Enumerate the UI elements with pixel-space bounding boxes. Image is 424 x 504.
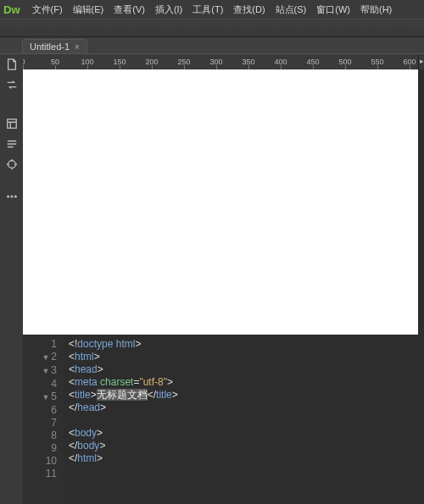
tab-title: Untitled-1 — [30, 42, 70, 52]
line-number: 8 — [23, 429, 57, 442]
line-number: ▼2 — [23, 351, 57, 364]
panel-collapse-strip[interactable]: ▸ — [418, 54, 424, 69]
code-line[interactable]: </html> — [69, 452, 424, 465]
design-view[interactable] — [23, 69, 418, 335]
line-number: 6 — [23, 404, 57, 417]
layout-icon[interactable] — [5, 117, 19, 130]
line-number: 7 — [23, 417, 57, 429]
code-line[interactable]: <head> — [69, 363, 424, 376]
menu-file[interactable]: 文件(F) — [27, 0, 68, 19]
left-toolbar — [0, 54, 23, 504]
svg-point-2 — [7, 196, 8, 197]
app-logo: Dw — [3, 3, 20, 16]
line-number: 1 — [23, 338, 57, 351]
document-toolbar — [0, 19, 424, 37]
target-icon[interactable] — [5, 158, 19, 171]
horizontal-ruler: 050100150200250300350400450500550600 — [23, 54, 418, 69]
menu-view[interactable]: 查看(V) — [109, 0, 150, 19]
code-line[interactable]: </head> — [69, 402, 424, 414]
svg-point-1 — [8, 161, 15, 169]
menu-site[interactable]: 站点(S) — [271, 0, 312, 19]
menu-bar: Dw 文件(F) 编辑(E) 查看(V) 插入(I) 工具(T) 查找(D) 站… — [0, 0, 424, 19]
lines-icon[interactable] — [5, 137, 19, 151]
svg-point-4 — [14, 196, 16, 197]
swap-icon[interactable] — [5, 78, 19, 91]
more-icon[interactable] — [5, 190, 19, 203]
line-number: ▼3 — [23, 364, 57, 378]
code-line[interactable]: <body> — [69, 427, 424, 440]
code-line[interactable]: <meta charset="utf-8"> — [69, 376, 424, 389]
code-line[interactable] — [69, 414, 424, 427]
line-number: 4 — [23, 378, 57, 390]
menu-help[interactable]: 帮助(H) — [355, 0, 397, 19]
code-line[interactable]: <title>无标题文档</title> — [69, 389, 424, 402]
main-column: 050100150200250300350400450500550600 ▸ 1… — [23, 54, 424, 504]
ruler-row: 050100150200250300350400450500550600 ▸ — [23, 54, 424, 69]
line-number: 10 — [23, 455, 57, 468]
tab-bar: Untitled-1 × — [0, 37, 424, 54]
code-view[interactable]: 1▼2▼34▼567891011 <!doctype html><html><h… — [23, 335, 424, 504]
code-line[interactable]: <html> — [69, 351, 424, 363]
line-number: 11 — [23, 468, 57, 480]
menu-window[interactable]: 窗口(W) — [311, 0, 355, 19]
line-number: ▼5 — [23, 390, 57, 404]
code-line[interactable]: </body> — [69, 440, 424, 452]
tab-close-icon[interactable]: × — [75, 42, 80, 52]
svg-point-3 — [11, 196, 13, 197]
svg-rect-0 — [7, 119, 16, 129]
menu-find[interactable]: 查找(D) — [228, 0, 270, 19]
file-icon[interactable] — [5, 58, 19, 71]
code-content[interactable]: <!doctype html><html><head><meta charset… — [64, 335, 424, 504]
workarea: 050100150200250300350400450500550600 ▸ 1… — [0, 54, 424, 504]
code-line[interactable]: <!doctype html> — [69, 338, 424, 351]
split-view: 1▼2▼34▼567891011 <!doctype html><html><h… — [23, 69, 424, 504]
line-number: 9 — [23, 442, 57, 455]
code-line[interactable] — [69, 465, 424, 478]
line-gutter: 1▼2▼34▼567891011 — [23, 335, 64, 504]
menu-tools[interactable]: 工具(T) — [187, 0, 228, 19]
document-tab[interactable]: Untitled-1 × — [22, 39, 87, 53]
menu-edit[interactable]: 编辑(E) — [68, 0, 109, 19]
menu-insert[interactable]: 插入(I) — [150, 0, 187, 19]
